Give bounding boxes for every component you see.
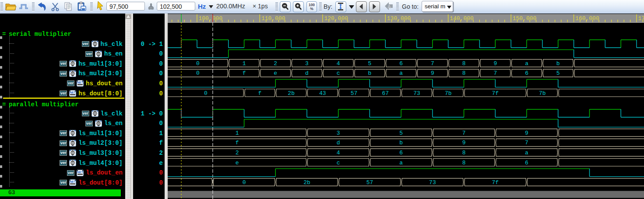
svg-text:43: 43 (319, 90, 326, 97)
svg-text:b: b (368, 70, 372, 77)
svg-text:7: 7 (525, 140, 528, 146)
svg-text:b: b (556, 60, 560, 67)
svg-text:5: 5 (556, 70, 560, 77)
svg-text:2b: 2b (303, 179, 310, 186)
svg-text:a: a (399, 70, 403, 77)
svg-text:3: 3 (337, 130, 340, 136)
svg-text:100,000: 100,000 (199, 15, 223, 22)
svg-text:e: e (274, 70, 277, 77)
svg-text:3: 3 (305, 60, 309, 67)
svg-text:6: 6 (399, 60, 403, 67)
svg-text:4: 4 (337, 150, 340, 156)
svg-text:f: f (243, 70, 246, 77)
svg-text:57: 57 (351, 90, 358, 97)
svg-text:110,000: 110,000 (261, 15, 285, 22)
svg-text:6: 6 (525, 70, 528, 77)
svg-text:d: d (305, 70, 309, 77)
svg-text:NET: NET (77, 81, 84, 84)
svg-text:c: c (337, 70, 340, 77)
svg-text:NET: NET (70, 180, 76, 183)
svg-text:NET: NET (70, 91, 76, 94)
svg-text:a: a (525, 150, 528, 156)
svg-text:73: 73 (413, 90, 420, 97)
svg-text:b: b (399, 140, 403, 146)
svg-text:5: 5 (399, 130, 403, 136)
svg-text:f: f (236, 140, 239, 146)
svg-text:150,000: 150,000 (513, 15, 537, 22)
svg-text:140,000: 140,000 (450, 15, 474, 22)
svg-text:0: 0 (196, 70, 200, 77)
svg-text:170,000: 170,000 (638, 15, 644, 22)
svg-text:9: 9 (462, 140, 466, 146)
svg-text:1: 1 (243, 60, 246, 67)
svg-text:7b: 7b (445, 90, 452, 97)
svg-text:9: 9 (493, 60, 497, 67)
svg-text:67: 67 (382, 90, 389, 97)
svg-text:d: d (337, 140, 340, 146)
svg-text:a: a (525, 60, 528, 67)
svg-text:9: 9 (431, 70, 434, 77)
svg-text:8: 8 (462, 160, 466, 166)
svg-text:1: 1 (236, 130, 239, 136)
svg-text:0: 0 (243, 179, 246, 186)
svg-text:73: 73 (429, 179, 436, 186)
svg-text:9: 9 (525, 130, 528, 136)
svg-text:7: 7 (431, 60, 434, 67)
svg-text:160,000: 160,000 (575, 15, 599, 22)
svg-text:8: 8 (462, 70, 466, 77)
svg-text:a: a (399, 160, 403, 166)
svg-text:f: f (258, 90, 262, 97)
svg-text:7f: 7f (492, 179, 499, 186)
svg-text:2: 2 (236, 150, 239, 156)
svg-text:A: A (387, 4, 391, 9)
svg-text:130,000: 130,000 (387, 15, 411, 22)
svg-text:6: 6 (399, 150, 403, 156)
svg-text:120,000: 120,000 (324, 15, 348, 22)
svg-text:e: e (236, 160, 239, 166)
svg-text:8: 8 (462, 150, 466, 156)
svg-text:4: 4 (337, 60, 340, 67)
svg-text:5: 5 (368, 60, 372, 67)
svg-text:7: 7 (493, 70, 497, 77)
svg-text:7b: 7b (539, 90, 546, 97)
svg-text:0: 0 (204, 90, 208, 97)
svg-text:7: 7 (462, 130, 466, 136)
svg-text:NET: NET (77, 171, 84, 174)
svg-text:7f: 7f (492, 90, 499, 97)
svg-text:c: c (337, 160, 340, 166)
svg-text:57: 57 (366, 179, 373, 186)
svg-text:2: 2 (274, 60, 277, 67)
svg-text:6: 6 (525, 160, 528, 166)
svg-text:8: 8 (462, 60, 466, 67)
svg-text:0: 0 (196, 60, 200, 67)
svg-text:2b: 2b (288, 90, 295, 97)
